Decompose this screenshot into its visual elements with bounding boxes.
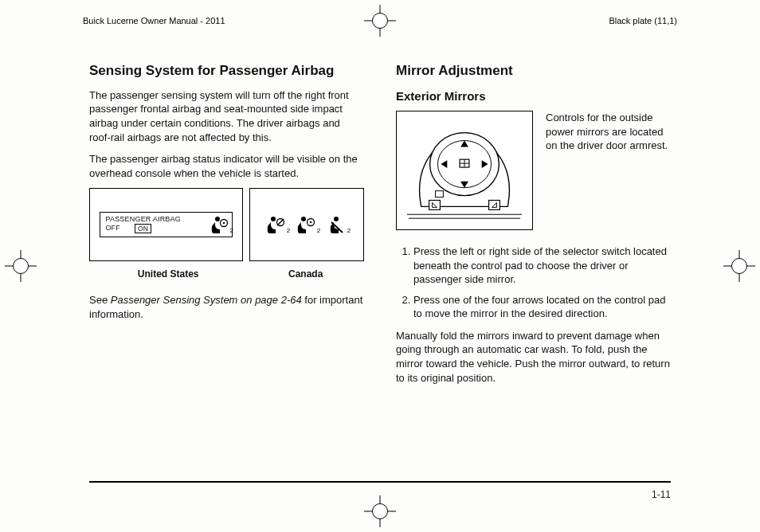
us-indicator-line1: PASSENGER AIRBAG: [105, 216, 205, 224]
mirror-control-description: Controls for the outside power mirrors a…: [546, 111, 671, 153]
cross-reference-link: Passenger Sensing System on page 2-64: [111, 294, 302, 306]
airbag-on-icon: 2: [296, 215, 317, 234]
svg-point-8: [310, 221, 311, 223]
right-column: Mirror Adjustment Exterior Mirrors: [396, 62, 671, 476]
step-2: Press one of the four arrows located on …: [413, 293, 671, 321]
heading-mirror-adjustment: Mirror Adjustment: [396, 62, 671, 80]
seated-person-icon: 2: [210, 215, 232, 234]
see-prefix: See: [89, 294, 111, 306]
page-number: 1-11: [652, 489, 671, 500]
subheading-exterior-mirrors: Exterior Mirrors: [396, 88, 671, 104]
mirror-control-figure: [396, 111, 533, 230]
footer-rule: [89, 481, 671, 483]
svg-rect-19: [436, 191, 444, 198]
icon-subscript-2: 2: [287, 227, 290, 236]
heading-sensing-system: Sensing System for Passenger Airbag: [89, 62, 364, 80]
us-indicator-on: ON: [135, 224, 151, 233]
svg-point-0: [215, 217, 220, 221]
para-sensing-1: The passenger sensing system will turn o…: [89, 88, 364, 144]
page-body: Sensing System for Passenger Airbag The …: [89, 62, 671, 476]
icon-subscript-2: 2: [229, 227, 233, 236]
caption-us: United States: [89, 268, 247, 280]
mirror-adjustment-steps: Press the left or right side of the sele…: [396, 244, 671, 321]
us-indicator-panel: PASSENGER AIRBAG OFF ON: [100, 212, 233, 237]
figure-captions: United States Canada: [89, 268, 364, 280]
mirror-fold-note: Manually fold the mirrors inward to prev…: [396, 329, 671, 385]
us-indicator-off: OFF: [105, 225, 120, 233]
airbag-off-icon: 2: [266, 215, 287, 234]
svg-point-9: [334, 217, 339, 221]
icon-subscript-2: 2: [317, 227, 320, 236]
airbag-indicator-figures: PASSENGER AIRBAG OFF ON: [89, 188, 364, 261]
svg-point-2: [223, 222, 225, 224]
airbag-indicator-us: PASSENGER AIRBAG OFF ON: [89, 188, 243, 261]
seatbelt-icon: 2: [327, 215, 347, 234]
left-column: Sensing System for Passenger Airbag The …: [89, 62, 364, 476]
header-left: Buick Lucerne Owner Manual - 2011: [83, 16, 225, 25]
svg-point-6: [301, 217, 306, 221]
crop-mark-right: [723, 250, 755, 282]
see-cross-reference: See Passenger Sensing System on page 2-6…: [89, 293, 364, 321]
para-sensing-2: The passenger airbag status indicator wi…: [89, 152, 364, 180]
step-1: Press the left or right side of the sele…: [413, 244, 671, 287]
crop-mark-bottom: [364, 495, 396, 527]
airbag-indicator-canada: 2 2: [249, 188, 364, 261]
svg-point-3: [271, 217, 276, 221]
crop-mark-left: [5, 250, 37, 282]
header-right: Black plate (11,1): [609, 16, 677, 25]
caption-canada: Canada: [247, 268, 364, 280]
icon-subscript-2: 2: [347, 227, 351, 236]
